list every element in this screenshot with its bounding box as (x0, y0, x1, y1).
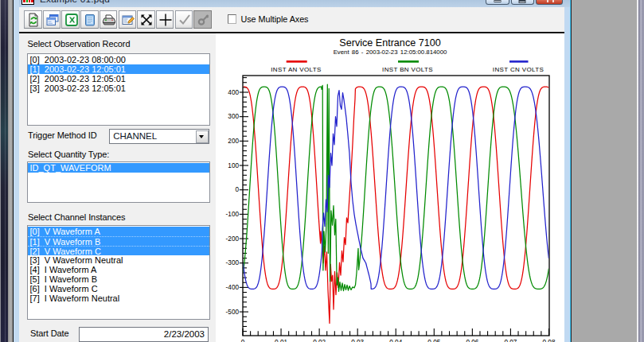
svg-text:0: 0 (241, 339, 245, 342)
svg-text:0.03: 0.03 (351, 339, 364, 342)
svg-text:-100: -100 (226, 211, 240, 218)
svg-text:400: 400 (228, 89, 239, 96)
svg-text:200: 200 (228, 138, 239, 145)
svg-text:0.04: 0.04 (389, 339, 402, 342)
svg-text:0.05: 0.05 (427, 339, 440, 342)
svg-text:0.08: 0.08 (543, 339, 556, 342)
svg-text:-500: -500 (226, 309, 240, 316)
svg-text:0.07: 0.07 (504, 339, 517, 342)
svg-text:300: 300 (228, 113, 239, 120)
svg-text:0.06: 0.06 (466, 339, 478, 342)
svg-text:100: 100 (228, 162, 239, 169)
svg-text:0.01: 0.01 (275, 339, 287, 342)
svg-text:-200: -200 (226, 235, 240, 243)
svg-text:0.02: 0.02 (313, 339, 326, 342)
svg-text:-400: -400 (226, 284, 240, 291)
svg-text:-300: -300 (226, 259, 240, 266)
svg-text:0: 0 (235, 186, 239, 193)
